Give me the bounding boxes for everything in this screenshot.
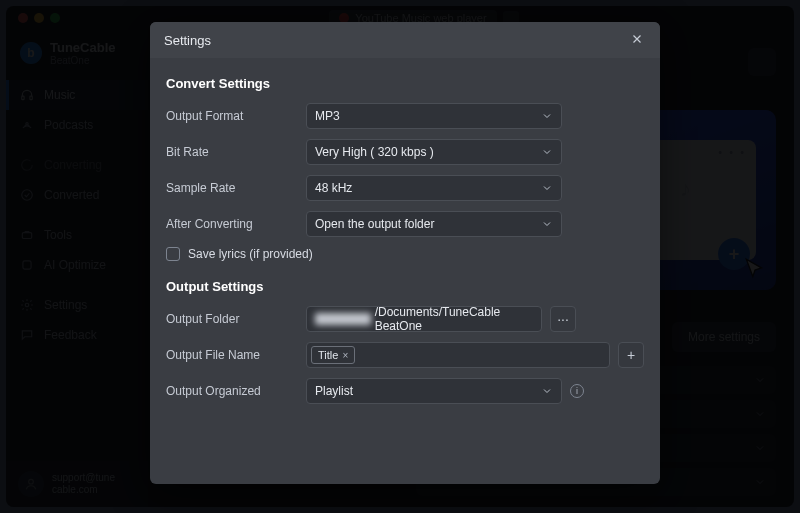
modal-title: Settings xyxy=(164,33,211,48)
section-convert-settings: Convert Settings xyxy=(166,76,644,91)
select-bit-rate[interactable]: Very High ( 320 kbps ) xyxy=(306,139,562,165)
label-output-organized: Output Organized xyxy=(166,384,306,398)
label-bit-rate: Bit Rate xyxy=(166,145,306,159)
checkbox-save-lyrics[interactable] xyxy=(166,247,180,261)
label-after-converting: After Converting xyxy=(166,217,306,231)
label-sample-rate: Sample Rate xyxy=(166,181,306,195)
chevron-down-icon xyxy=(541,182,553,194)
chevron-down-icon xyxy=(541,146,553,158)
select-output-format[interactable]: MP3 xyxy=(306,103,562,129)
tag-label: Title xyxy=(318,349,338,361)
close-icon xyxy=(630,32,644,46)
add-filename-tag-button[interactable]: + xyxy=(618,342,644,368)
select-output-organized[interactable]: Playlist xyxy=(306,378,562,404)
tag-remove-icon[interactable]: × xyxy=(342,350,348,361)
select-value: Very High ( 320 kbps ) xyxy=(315,145,434,159)
chevron-down-icon xyxy=(541,218,553,230)
select-after-converting[interactable]: Open the output folder xyxy=(306,211,562,237)
section-output-settings: Output Settings xyxy=(166,279,644,294)
output-folder-visible: /Documents/TuneCable BeatOne xyxy=(375,305,533,333)
label-save-lyrics: Save lyrics (if provided) xyxy=(188,247,313,261)
label-output-format: Output Format xyxy=(166,109,306,123)
input-output-file-name[interactable]: Title × xyxy=(306,342,610,368)
chevron-down-icon xyxy=(541,110,553,122)
settings-modal: Settings Convert Settings Output Format … xyxy=(150,22,660,484)
chevron-down-icon xyxy=(541,385,553,397)
modal-header: Settings xyxy=(150,22,660,58)
filename-tag-title[interactable]: Title × xyxy=(311,346,355,364)
select-value: 48 kHz xyxy=(315,181,352,195)
select-value: MP3 xyxy=(315,109,340,123)
redacted-path xyxy=(315,313,371,325)
input-output-folder[interactable]: /Documents/TuneCable BeatOne xyxy=(306,306,542,332)
info-icon[interactable]: i xyxy=(570,384,584,398)
select-sample-rate[interactable]: 48 kHz xyxy=(306,175,562,201)
label-output-folder: Output Folder xyxy=(166,312,306,326)
close-button[interactable] xyxy=(630,32,646,48)
select-value: Playlist xyxy=(315,384,353,398)
label-output-file-name: Output File Name xyxy=(166,348,306,362)
browse-folder-button[interactable]: ··· xyxy=(550,306,576,332)
select-value: Open the output folder xyxy=(315,217,434,231)
